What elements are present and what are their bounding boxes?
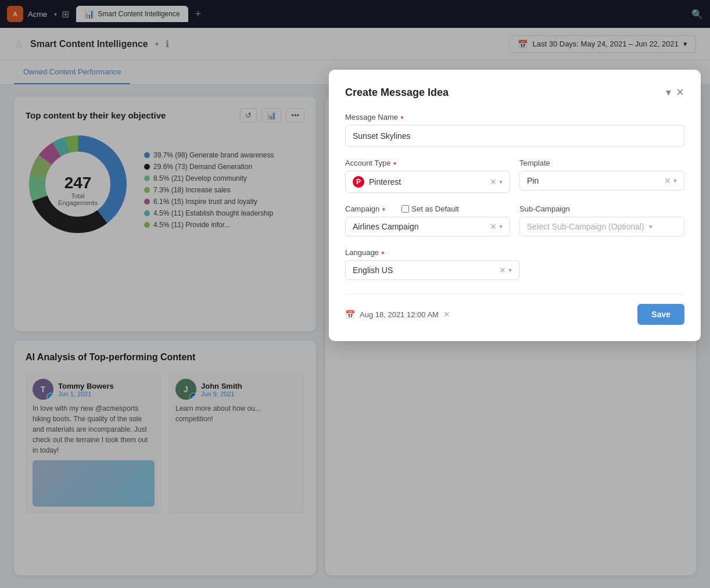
modal-overlay: Create Message Idea ▾ ✕ Message Name ● A… bbox=[0, 0, 710, 588]
language-group: Language ● English US ✕ ▾ bbox=[345, 248, 684, 280]
clear-icon[interactable]: ✕ bbox=[490, 222, 497, 231]
sub-campaign-label: Sub-Campaign bbox=[519, 205, 684, 213]
required-indicator: ● bbox=[393, 160, 397, 166]
message-name-group: Message Name ● bbox=[345, 113, 684, 147]
language-value: English US bbox=[353, 266, 494, 275]
account-type-col: Account Type ● P Pinterest ✕ ▾ bbox=[345, 159, 510, 193]
modal-footer: 📅 Aug 18, 2021 12:00 AM ✕ Save bbox=[345, 294, 684, 325]
modal-title: Create Message Idea bbox=[345, 87, 449, 99]
sub-campaign-col: Sub-Campaign Select Sub-Campaign (Option… bbox=[519, 205, 684, 236]
template-select[interactable]: Pin ✕ ▾ bbox=[519, 171, 684, 191]
message-name-label: Message Name ● bbox=[345, 113, 684, 121]
clear-icon[interactable]: ✕ bbox=[490, 177, 497, 187]
modal-header: Create Message Idea ▾ ✕ bbox=[345, 86, 684, 99]
account-type-value: Pinterest bbox=[369, 177, 485, 187]
select-actions: ✕ ▾ bbox=[499, 266, 512, 275]
language-select[interactable]: English US ✕ ▾ bbox=[345, 260, 519, 280]
required-indicator: ● bbox=[382, 206, 385, 212]
select-actions: ▾ bbox=[649, 223, 652, 231]
footer-clear-icon[interactable]: ✕ bbox=[443, 310, 450, 319]
sub-campaign-select[interactable]: Select Sub-Campaign (Optional) ▾ bbox=[519, 217, 684, 236]
required-indicator: ● bbox=[381, 249, 385, 256]
clear-icon[interactable]: ✕ bbox=[499, 266, 506, 275]
pinterest-icon: P bbox=[353, 176, 364, 188]
modal-close-button[interactable]: ✕ bbox=[676, 86, 684, 99]
language-label: Language ● bbox=[345, 248, 684, 257]
footer-date-text: Aug 18, 2021 12:00 AM bbox=[360, 310, 439, 319]
modal-header-actions: ▾ ✕ bbox=[666, 86, 684, 99]
campaign-row: Campaign ● Set as Default Airlines Campa… bbox=[345, 205, 684, 236]
select-actions: ✕ ▾ bbox=[664, 176, 677, 185]
template-col: Template Pin ✕ ▾ bbox=[519, 159, 684, 193]
template-value: Pin bbox=[527, 176, 659, 185]
account-type-label: Account Type ● bbox=[345, 159, 510, 167]
chevron-down-icon[interactable]: ▾ bbox=[673, 177, 677, 185]
clear-icon[interactable]: ✕ bbox=[664, 176, 671, 185]
sub-campaign-placeholder: Select Sub-Campaign (Optional) bbox=[527, 222, 644, 231]
set-as-default-checkbox[interactable] bbox=[401, 205, 409, 213]
template-label: Template bbox=[519, 159, 684, 167]
chevron-down-icon[interactable]: ▾ bbox=[499, 178, 503, 186]
set-as-default-label: Set as Default bbox=[411, 205, 459, 213]
campaign-col: Campaign ● Set as Default Airlines Campa… bbox=[345, 205, 510, 236]
chevron-down-icon[interactable]: ▾ bbox=[499, 223, 503, 231]
account-template-row: Account Type ● P Pinterest ✕ ▾ Template bbox=[345, 159, 684, 193]
message-name-input[interactable] bbox=[345, 125, 684, 147]
select-actions: ✕ ▾ bbox=[490, 177, 503, 187]
campaign-select[interactable]: Airlines Campaign ✕ ▾ bbox=[345, 217, 510, 236]
campaign-label: Campaign ● Set as Default bbox=[345, 205, 510, 213]
create-message-modal: Create Message Idea ▾ ✕ Message Name ● A… bbox=[329, 70, 701, 341]
select-actions: ✕ ▾ bbox=[490, 222, 503, 231]
modal-minimize-button[interactable]: ▾ bbox=[666, 86, 671, 99]
save-button[interactable]: Save bbox=[637, 304, 684, 325]
chevron-down-icon[interactable]: ▾ bbox=[508, 266, 512, 274]
chevron-down-icon[interactable]: ▾ bbox=[649, 223, 652, 231]
required-indicator: ● bbox=[400, 114, 404, 120]
calendar-icon: 📅 bbox=[345, 310, 355, 319]
campaign-value: Airlines Campaign bbox=[353, 222, 485, 231]
footer-date: 📅 Aug 18, 2021 12:00 AM ✕ bbox=[345, 310, 450, 319]
set-as-default-group: Set as Default bbox=[401, 205, 459, 213]
account-type-select[interactable]: P Pinterest ✕ ▾ bbox=[345, 171, 510, 193]
